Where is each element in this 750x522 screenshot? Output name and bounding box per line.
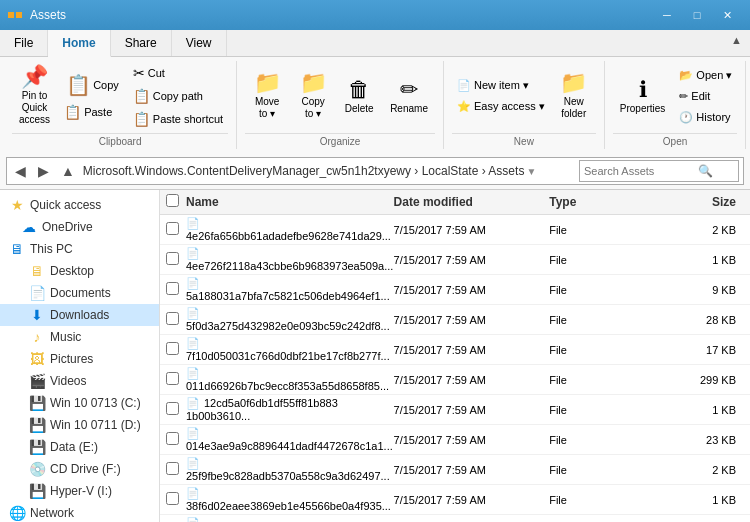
tab-share[interactable]: Share — [111, 30, 172, 56]
sidebar-item-drive-f[interactable]: 💿 CD Drive (F:) — [0, 458, 159, 480]
file-row[interactable]: 📄014e3ae9a9c8896441dadf4472678c1a1... 7/… — [160, 425, 750, 455]
row-checkbox[interactable] — [166, 402, 186, 417]
row-checkbox[interactable] — [166, 372, 186, 387]
back-button[interactable]: ◀ — [11, 161, 30, 181]
row-checkbox[interactable] — [166, 282, 186, 297]
minimize-button[interactable]: ─ — [652, 0, 682, 30]
edit-button[interactable]: ✏ Edit — [674, 87, 737, 106]
sidebar-item-music[interactable]: ♪ Music — [0, 326, 159, 348]
file-date: 7/15/2017 7:59 AM — [394, 344, 550, 356]
up-button[interactable]: ▲ — [57, 161, 79, 181]
row-checkbox[interactable] — [166, 312, 186, 327]
file-row[interactable]: 📄5f0d3a275d432982e0e093bc59c242df8... 7/… — [160, 305, 750, 335]
row-checkbox[interactable] — [166, 462, 186, 477]
open-buttons: ℹ Properties 📂 Open ▾ ✏ Edit 🕐 History — [613, 61, 738, 131]
close-button[interactable]: ✕ — [712, 0, 742, 30]
address-path[interactable]: Microsoft.Windows.ContentDeliveryManager… — [83, 164, 575, 178]
file-size: 28 KB — [653, 314, 744, 326]
file-icon: 📄 — [186, 337, 200, 349]
sidebar-item-drive-d[interactable]: 💾 Win 10 0711 (D:) — [0, 414, 159, 436]
copy-path-button[interactable]: 📋 Copy path — [128, 85, 228, 107]
copy-button[interactable]: 📋 Copy — [59, 70, 126, 100]
forward-button[interactable]: ▶ — [34, 161, 53, 181]
ribbon-collapse-button[interactable]: ▲ — [723, 30, 750, 56]
row-checkbox[interactable] — [166, 342, 186, 357]
tab-home[interactable]: Home — [48, 30, 110, 57]
sidebar-item-downloads[interactable]: ⬇ Downloads — [0, 304, 159, 326]
maximize-button[interactable]: □ — [682, 0, 712, 30]
tab-view[interactable]: View — [172, 30, 227, 56]
properties-button[interactable]: ℹ Properties — [613, 74, 673, 119]
row-checkbox[interactable] — [166, 222, 186, 237]
file-name: 📄5f0d3a275d432982e0e093bc59c242df8... — [186, 307, 394, 332]
sidebar-item-network[interactable]: 🌐 Network — [0, 502, 159, 522]
sidebar-item-hyper-v[interactable]: 💾 Hyper-V (I:) — [0, 480, 159, 502]
sidebar-item-drive-e[interactable]: 💾 Data (E:) — [0, 436, 159, 458]
paste-button[interactable]: 📋 Paste — [59, 101, 126, 123]
sidebar-item-videos[interactable]: 🎬 Videos — [0, 370, 159, 392]
sidebar-item-quick-access[interactable]: ★ Quick access — [0, 194, 159, 216]
file-type: File — [549, 284, 653, 296]
path-dropdown-icon[interactable]: ▼ — [526, 166, 536, 177]
row-checkbox[interactable] — [166, 252, 186, 267]
easy-access-button[interactable]: ⭐ Easy access ▾ — [452, 97, 550, 116]
sidebar-item-onedrive[interactable]: ☁ OneDrive — [0, 216, 159, 238]
open-button[interactable]: 📂 Open ▾ — [674, 66, 737, 85]
sidebar-item-pictures[interactable]: 🖼 Pictures — [0, 348, 159, 370]
tab-file[interactable]: File — [0, 30, 48, 56]
col-name-header[interactable]: Name — [186, 195, 394, 209]
network-icon: 🌐 — [8, 505, 26, 521]
history-button[interactable]: 🕐 History — [674, 108, 737, 127]
sidebar-item-documents[interactable]: 📄 Documents — [0, 282, 159, 304]
file-size: 9 KB — [653, 284, 744, 296]
sidebar-label-network: Network — [30, 506, 74, 520]
row-checkbox[interactable] — [166, 432, 186, 447]
pin-quick-access-button[interactable]: 📌 Pin to Quickaccess — [12, 61, 57, 131]
new-folder-button[interactable]: 📁 Newfolder — [552, 67, 596, 125]
sidebar-item-drive-c[interactable]: 💾 Win 10 0713 (C:) — [0, 392, 159, 414]
select-all-checkbox[interactable] — [166, 194, 179, 207]
properties-icon: ℹ — [639, 79, 647, 101]
new-item-button[interactable]: 📄 New item ▾ — [452, 76, 550, 95]
organize-group: 📁 Moveto ▾ 📁 Copyto ▾ 🗑 Delete ✏ Rename … — [237, 61, 444, 149]
file-row[interactable]: 📄7f10d050031c766d0dbf21be17cf8b277f... 7… — [160, 335, 750, 365]
open-label: Open — [613, 133, 738, 149]
search-icon[interactable]: 🔍 — [698, 164, 713, 178]
row-checkbox[interactable] — [166, 492, 186, 507]
file-name: 📄014e3ae9a9c8896441dadf4472678c1a1... — [186, 427, 394, 452]
cut-button[interactable]: ✂ Cut — [128, 62, 228, 84]
organize-buttons: 📁 Moveto ▾ 📁 Copyto ▾ 🗑 Delete ✏ Rename — [245, 61, 435, 131]
file-row[interactable]: 📄4e26fa656bb61adadefbe9628e741da29... 7/… — [160, 215, 750, 245]
col-size-header[interactable]: Size — [653, 195, 744, 209]
copy-to-icon: 📁 — [300, 72, 327, 94]
paste-shortcut-button[interactable]: 📋 Paste shortcut — [128, 108, 228, 130]
file-icon: 📄 — [186, 517, 200, 522]
file-row[interactable]: 📄44d0236856db9ef313f446bf85b924361... 7/… — [160, 515, 750, 522]
new-item-icon: 📄 — [457, 79, 471, 92]
file-row[interactable]: 📄38f6d02eaee3869eb1e45566be0a4f935... 7/… — [160, 485, 750, 515]
col-type-header[interactable]: Type — [549, 195, 653, 209]
file-row[interactable]: 📄4ee726f2118a43cbbe6b9683973ea509a... 7/… — [160, 245, 750, 275]
delete-button[interactable]: 🗑 Delete — [337, 74, 381, 119]
file-row[interactable]: 📄5a188031a7bfa7c5821c506deb4964ef1... 7/… — [160, 275, 750, 305]
file-size: 17 KB — [653, 344, 744, 356]
music-icon: ♪ — [28, 329, 46, 345]
file-row[interactable]: 📄011d66926b7bc9ecc8f353a55d8658f85... 7/… — [160, 365, 750, 395]
window-controls: ─ □ ✕ — [652, 0, 742, 30]
col-date-header[interactable]: Date modified — [394, 195, 550, 209]
file-area: Name Date modified Type Size 📄4e26fa656b… — [160, 190, 750, 522]
file-row[interactable]: 📄12cd5a0f6db1df55ff81b883 1b00b3610... 7… — [160, 395, 750, 425]
rename-button[interactable]: ✏ Rename — [383, 74, 435, 119]
copy-to-button[interactable]: 📁 Copyto ▾ — [291, 67, 335, 125]
file-icon: 📄 — [186, 217, 200, 229]
file-row[interactable]: 📄25f9fbe9c828adb5370a558c9a3d62497... 7/… — [160, 455, 750, 485]
file-rows: 📄4e26fa656bb61adadefbe9628e741da29... 7/… — [160, 215, 750, 522]
sidebar-item-thispc[interactable]: 🖥 This PC — [0, 238, 159, 260]
header-checkbox[interactable] — [166, 194, 186, 210]
search-input[interactable] — [584, 165, 694, 177]
file-date: 7/15/2017 7:59 AM — [394, 374, 550, 386]
move-to-button[interactable]: 📁 Moveto ▾ — [245, 67, 289, 125]
edit-icon: ✏ — [679, 90, 688, 103]
sidebar-item-desktop[interactable]: 🖥 Desktop — [0, 260, 159, 282]
sidebar-label-hyper-v: Hyper-V (I:) — [50, 484, 112, 498]
